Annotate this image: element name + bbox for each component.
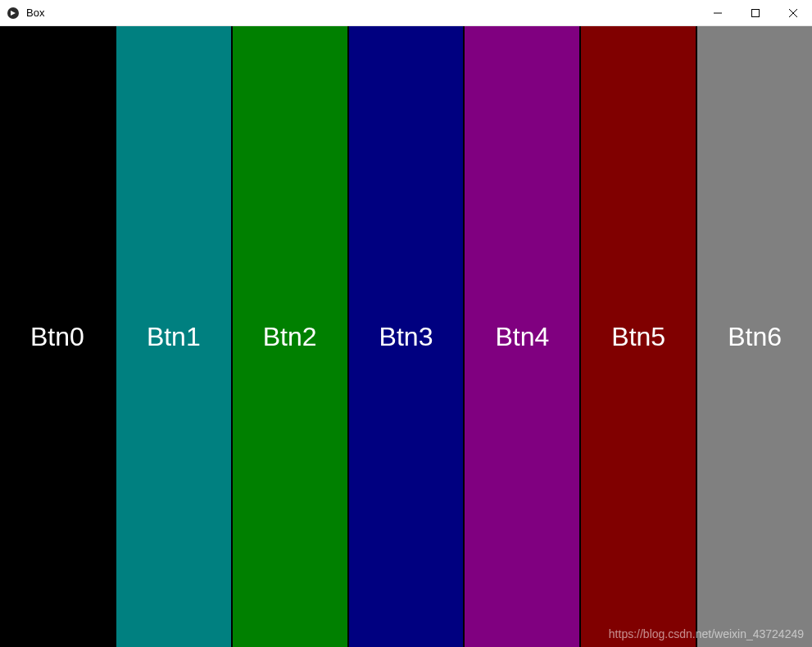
window-titlebar: Box xyxy=(0,0,812,26)
maximize-button[interactable] xyxy=(737,0,774,26)
close-button[interactable] xyxy=(774,0,812,26)
titlebar-left: Box xyxy=(0,7,44,20)
app-icon xyxy=(7,7,20,20)
window-controls xyxy=(699,0,812,25)
minimize-button[interactable] xyxy=(699,0,737,26)
color-button-5[interactable]: Btn5 xyxy=(579,26,696,647)
color-button-2[interactable]: Btn2 xyxy=(231,26,347,647)
color-button-0[interactable]: Btn0 xyxy=(0,26,115,647)
svg-rect-2 xyxy=(752,10,760,17)
window-title: Box xyxy=(26,7,44,19)
color-button-3[interactable]: Btn3 xyxy=(347,26,464,647)
client-area: Btn0 Btn1 Btn2 Btn3 Btn4 Btn5 Btn6 https… xyxy=(0,26,812,647)
color-button-4[interactable]: Btn4 xyxy=(463,26,579,647)
color-button-1[interactable]: Btn1 xyxy=(115,26,231,647)
color-button-6[interactable]: Btn6 xyxy=(696,26,812,647)
